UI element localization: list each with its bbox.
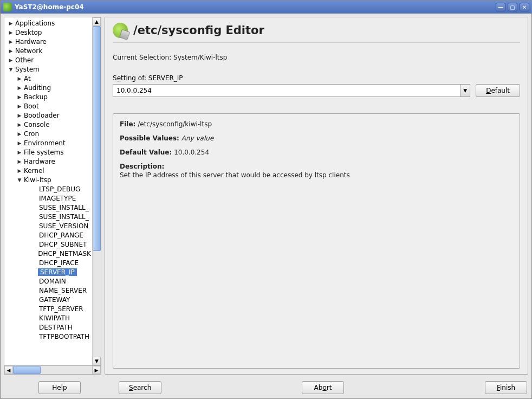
default-value-label: Default Value: <box>120 149 172 156</box>
expander-closed-icon[interactable]: ▶ <box>16 85 23 91</box>
expander-closed-icon[interactable]: ▶ <box>8 30 14 35</box>
tree-item[interactable]: ▶Hardware <box>4 37 92 46</box>
minimize-button[interactable]: — <box>496 3 505 11</box>
tree-item[interactable]: ▶Applications <box>4 18 92 28</box>
tree-item[interactable]: SUSE_VERSION <box>4 221 92 230</box>
expander-closed-icon[interactable]: ▶ <box>16 150 23 155</box>
scroll-thumb[interactable] <box>93 26 101 251</box>
sidebar: ▶Applications▶Desktop▶Hardware▶Network▶O… <box>4 17 101 375</box>
tree-item[interactable]: NAME_SERVER <box>4 286 92 295</box>
footer: Help Search Abort Finish <box>1 378 531 398</box>
tree-item[interactable]: DHCP_IFACE <box>4 258 92 267</box>
default-button[interactable]: Default <box>476 84 520 97</box>
tree-item[interactable]: ▼System <box>4 65 92 74</box>
close-button[interactable]: ✕ <box>520 3 529 11</box>
tree-item[interactable]: ▶Kernel <box>4 166 92 175</box>
expander-closed-icon[interactable]: ▶ <box>16 168 23 173</box>
tree-item[interactable]: GATEWAY <box>4 295 92 304</box>
tree-item-label: At <box>23 75 31 82</box>
tree-item[interactable]: ▶File systems <box>4 147 92 157</box>
tree-item[interactable]: ▶At <box>4 74 92 83</box>
config-tree[interactable]: ▶Applications▶Desktop▶Hardware▶Network▶O… <box>4 17 92 365</box>
expander-closed-icon[interactable]: ▶ <box>16 140 23 146</box>
tree-item-label: TFTP_SERVER <box>38 305 83 313</box>
tree-item-label: GATEWAY <box>38 296 70 304</box>
expander-closed-icon[interactable]: ▶ <box>8 57 14 63</box>
scroll-up-icon[interactable]: ▲ <box>93 17 101 26</box>
default-value-value: 10.0.0.254 <box>174 149 209 156</box>
main-panel: /etc/sysconfig Editor Current Selection:… <box>105 17 528 375</box>
tree-item[interactable]: ▶Hardware <box>4 157 92 166</box>
hscroll-thumb[interactable] <box>13 366 41 374</box>
tree-item-label: Desktop <box>14 29 42 36</box>
expander-closed-icon[interactable]: ▶ <box>16 131 23 137</box>
tree-item[interactable]: DESTPATH <box>4 323 92 332</box>
tree-item[interactable]: KIWIPATH <box>4 313 92 323</box>
window-buttons: — ▢ ✕ <box>496 3 529 11</box>
help-button[interactable]: Help <box>38 381 81 394</box>
tree-item[interactable]: ▶Desktop <box>4 28 92 37</box>
hscroll-track[interactable] <box>13 366 92 374</box>
tree-item[interactable]: LTSP_DEBUG <box>4 184 92 194</box>
scroll-down-icon[interactable]: ▼ <box>93 357 101 365</box>
tree-item[interactable]: SUSE_INSTALL_ <box>4 212 92 221</box>
description-text: Set the IP address of this server that w… <box>120 171 513 179</box>
tree-item[interactable]: DHCP_RANGE <box>4 230 92 240</box>
expander-closed-icon[interactable]: ▶ <box>8 39 14 44</box>
expander-closed-icon[interactable]: ▶ <box>8 48 14 54</box>
tree-item[interactable]: ▶Boot <box>4 101 92 111</box>
expander-closed-icon[interactable]: ▶ <box>16 104 23 109</box>
tree-horizontal-scrollbar[interactable]: ◀ ▶ <box>4 366 101 375</box>
expander-closed-icon[interactable]: ▶ <box>16 94 23 100</box>
tree-item[interactable]: ▶Backup <box>4 92 92 101</box>
tree-item-label: Kernel <box>23 167 44 175</box>
tree-item-label: Cron <box>23 130 39 138</box>
chevron-down-icon[interactable]: ▼ <box>460 85 470 96</box>
expander-open-icon[interactable]: ▼ <box>16 177 23 183</box>
search-button[interactable]: Search <box>119 381 161 394</box>
tree-item[interactable]: ▶Console <box>4 120 92 129</box>
expander-closed-icon[interactable]: ▶ <box>16 122 23 127</box>
scroll-track[interactable] <box>93 26 101 357</box>
tree-item[interactable]: DHCP_NETMASK <box>4 249 92 258</box>
tree-item[interactable]: ▶Other <box>4 55 92 65</box>
content-area: ▶Applications▶Desktop▶Hardware▶Network▶O… <box>1 14 531 378</box>
tree-vertical-scrollbar[interactable]: ▲ ▼ <box>92 17 101 365</box>
tree-item-label: Applications <box>14 20 55 27</box>
setting-value-input[interactable] <box>113 85 460 96</box>
tree-item[interactable]: ▶Network <box>4 46 92 55</box>
expander-closed-icon[interactable]: ▶ <box>16 159 23 164</box>
possible-values-row: Possible Values: Any value <box>120 134 513 142</box>
tree-item-label: SUSE_VERSION <box>38 222 88 230</box>
tree-item-label: DHCP_IFACE <box>38 259 79 267</box>
scroll-right-icon[interactable]: ▶ <box>92 366 101 374</box>
description-row: Description: <box>120 163 513 170</box>
tree-item[interactable]: ▶Cron <box>4 129 92 138</box>
tree-item[interactable]: SERVER_IP <box>4 267 92 276</box>
page-title: /etc/sysconfig Editor <box>133 24 264 37</box>
tree-item[interactable]: DOMAIN <box>4 276 92 286</box>
expander-closed-icon[interactable]: ▶ <box>8 21 14 26</box>
setting-combo[interactable]: ▼ <box>113 84 470 97</box>
scroll-left-icon[interactable]: ◀ <box>4 366 13 374</box>
tree-item[interactable]: ▼Kiwi-ltsp <box>4 175 92 184</box>
tree-item[interactable]: ▶Auditing <box>4 83 92 92</box>
file-row: File: /etc/sysconfig/kiwi-ltsp <box>120 120 513 128</box>
tree-item-label: DOMAIN <box>38 278 66 285</box>
tree-item-label: System <box>14 66 40 73</box>
tree-item[interactable]: DHCP_SUBNET <box>4 240 92 249</box>
tree-item-label: SERVER_IP <box>38 268 77 276</box>
tree-item[interactable]: ▶Bootloader <box>4 111 92 120</box>
expander-open-icon[interactable]: ▼ <box>8 67 14 72</box>
finish-button[interactable]: Finish <box>485 381 527 394</box>
details-box: File: /etc/sysconfig/kiwi-ltsp Possible … <box>113 113 520 369</box>
tree-item[interactable]: IMAGETYPE <box>4 194 92 203</box>
tree-item[interactable]: SUSE_INSTALL_ <box>4 203 92 212</box>
maximize-button[interactable]: ▢ <box>508 3 517 11</box>
abort-button[interactable]: Abort <box>302 381 344 394</box>
expander-closed-icon[interactable]: ▶ <box>16 113 23 118</box>
tree-item[interactable]: ▶Environment <box>4 138 92 147</box>
tree-item[interactable]: TFTPBOOTPATH <box>4 332 92 341</box>
tree-item[interactable]: TFTP_SERVER <box>4 304 92 313</box>
expander-closed-icon[interactable]: ▶ <box>16 76 23 81</box>
